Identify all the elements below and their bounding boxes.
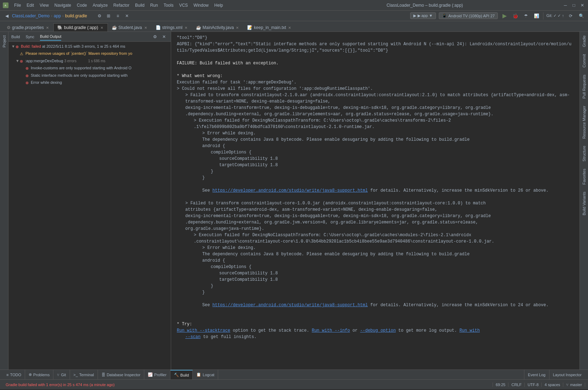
tab-gradle-properties[interactable]: ⚙ gradle.properties ✕ — [3, 23, 53, 31]
layout-inspector-btn[interactable]: Layout Inspector — [549, 370, 585, 380]
static-interface-text: Static interface methods are only suppor… — [31, 73, 128, 78]
tab-logcat[interactable]: 📋 Logcat — [193, 370, 218, 379]
tab-todo[interactable]: ≡ TODO — [3, 370, 25, 379]
close-android-2: } — [177, 289, 574, 296]
structure-panel-label[interactable]: Structure — [581, 142, 588, 165]
file-link[interactable]: build.gradle — [65, 13, 87, 18]
project-panel-label[interactable]: Project — [1, 32, 8, 51]
coverage-button[interactable]: ☂ — [522, 12, 530, 20]
menu-file[interactable]: File — [11, 1, 24, 9]
content-line-1: "tool":"D8"} — [177, 35, 574, 41]
run-button[interactable]: ▶ — [501, 12, 508, 20]
debug-button[interactable]: 🐞 — [511, 12, 519, 20]
close-panel-btn[interactable]: ✕ — [123, 12, 131, 20]
tab-keep-in-main[interactable]: 📝 keep_in_main.txt ✕ — [243, 23, 296, 31]
close-button[interactable]: ✕ — [580, 2, 585, 8]
resource-manager-panel-label[interactable]: Resource Manager — [581, 102, 588, 142]
menu-help[interactable]: Help — [211, 1, 226, 9]
build-settings-btn[interactable]: ⚙ — [151, 33, 159, 41]
scan-link[interactable]: --scan — [185, 334, 200, 339]
tab-close-build-gradle[interactable]: ✕ — [100, 25, 104, 30]
run-info-link[interactable]: Run with --info — [312, 328, 350, 333]
build-close-btn[interactable]: ✕ — [160, 33, 168, 41]
search-everywhere-btn[interactable]: 🔍 — [577, 12, 585, 20]
settings-btn[interactable]: ⚙ — [95, 12, 103, 20]
tab-build-gradle[interactable]: 🐘 build.gradle (:app) ✕ — [53, 23, 108, 31]
status-message: Gradle build failed with 1 error(s) in 2… — [3, 383, 493, 387]
exec-failed-dexing-2b: .constraintlayout\constraintlayout-core\… — [177, 238, 574, 245]
menu-refactor[interactable]: Refactor — [111, 1, 132, 9]
static-interface-item[interactable]: ⊗ Static interface methods are only supp… — [8, 72, 171, 79]
menu-tools[interactable]: Tools — [161, 1, 176, 9]
menu-navigate[interactable]: Navigate — [52, 1, 74, 9]
tab-terminal[interactable]: >_ Terminal — [70, 370, 98, 379]
module-link[interactable]: app — [54, 13, 61, 18]
branch-indicator[interactable]: ⑂ master — [563, 383, 585, 387]
build-tab-sync[interactable]: Sync — [25, 33, 34, 40]
build-failed-item[interactable]: ▼ ⊗ Build: failed at 2022/5/11 8:15 with… — [8, 43, 171, 50]
refresh-btn[interactable]: ⟳ — [567, 12, 575, 20]
bottom-panel-tabs: ≡ TODO ⊗ Problems ⑂ Git >_ Terminal 🗄 Da… — [0, 369, 588, 379]
profile-button[interactable]: 📊 — [532, 12, 540, 20]
menu-edit[interactable]: Edit — [24, 1, 37, 9]
tab-mainactivity-java[interactable]: ☕ MainActivity.java ✕ — [192, 23, 243, 31]
close-compile-2: } — [177, 283, 574, 289]
menu-view[interactable]: View — [37, 1, 52, 9]
invoke-customs-item[interactable]: ⊗ Invoke-customs are only supported star… — [8, 65, 171, 72]
minimize-button[interactable]: ─ — [563, 2, 568, 8]
run-config-btn[interactable]: ▶▶ app ▼ — [410, 12, 436, 19]
pull-requests-panel-label[interactable]: Pull Requests — [581, 71, 588, 102]
main-content-area: "tool":"D8"} AGPBI: {"kind":"error","tex… — [171, 32, 580, 369]
main-layout: Project Build Sync Build Output ⚙ ✕ ▼ ⊗ … — [0, 32, 588, 369]
menu-analyze[interactable]: Analyze — [90, 1, 111, 9]
java8-support-link-2[interactable]: https://developer.android.com/studio/wri… — [213, 303, 368, 308]
tab-close-gradle-properties[interactable]: ✕ — [45, 25, 50, 30]
java8-support-link-1[interactable]: https://developer.android.com/studio/wri… — [213, 188, 368, 193]
menu-run[interactable]: Run — [147, 1, 161, 9]
tab-profiler[interactable]: 📈 Profiler — [144, 370, 170, 379]
event-log-btn[interactable]: Event Log — [524, 370, 549, 380]
maximize-button[interactable]: □ — [571, 2, 577, 8]
run-with-link[interactable]: Run with — [459, 328, 480, 333]
build-variants-panel-label[interactable]: Build Variants — [581, 188, 588, 219]
project-link[interactable]: ClassLoader_Demo — [12, 13, 50, 18]
options-btn[interactable]: ≡ — [114, 12, 122, 20]
menu-code[interactable]: Code — [74, 1, 90, 9]
line-ending-indicator[interactable]: CRLF — [508, 383, 525, 387]
indent-indicator[interactable]: 4 spaces — [542, 383, 563, 387]
gradle-panel-label[interactable]: Gradle — [581, 32, 588, 51]
see-link-1: See https://developer.android.com/studio… — [177, 187, 574, 194]
layout-btn[interactable]: ⊞ — [105, 12, 112, 20]
tab-problems[interactable]: ⊗ Problems — [25, 370, 53, 379]
back-button[interactable]: ◀ — [3, 12, 11, 20]
menu-build[interactable]: Build — [132, 1, 147, 9]
tab-database-inspector[interactable]: 🗄 Database Inspector — [98, 370, 144, 379]
tab-student-java[interactable]: ☕ Student.java ✕ — [108, 23, 152, 31]
tab-git[interactable]: ⑂ Git — [53, 370, 70, 379]
menu-window[interactable]: Window — [191, 1, 211, 9]
tab-strings-xml[interactable]: 📄 strings.xml ✕ — [152, 23, 192, 31]
tab-build[interactable]: 🔨 Build — [170, 370, 193, 379]
git-branch-icon: ⑂ — [566, 383, 569, 387]
tab-close-strings-xml[interactable]: ✕ — [184, 25, 188, 30]
build-tab-build[interactable]: Build — [11, 33, 20, 40]
run-stacktrace-link[interactable]: Run with --stacktrace — [177, 328, 230, 333]
logcat-icon: 📋 — [196, 372, 201, 377]
tab-close-mainactivity[interactable]: ✕ — [235, 25, 239, 30]
build-tab-output[interactable]: Build Output — [40, 33, 62, 41]
app-icon: A — [3, 2, 8, 8]
error-icon-3: ⊗ — [25, 66, 29, 71]
commit-panel-label[interactable]: Commit — [581, 51, 588, 71]
titlebar: A File Edit View Navigate Code Analyze R… — [0, 0, 588, 11]
error-dexing-item[interactable]: ⊗ Error while dexing — [8, 79, 171, 86]
device-select-btn[interactable]: 📱Android TV (1080p) API 27 — [439, 12, 498, 19]
tab-close-student-java[interactable]: ✕ — [144, 25, 148, 30]
merge-dex-item[interactable]: ▼ ⊗ :app:mergeDexDebug 3 errors 1 s 686 … — [8, 58, 171, 65]
tab-close-keep-main[interactable]: ✕ — [287, 25, 292, 30]
menu-vcs[interactable]: VCS — [176, 1, 191, 9]
position-indicator[interactable]: 69:25 — [493, 383, 509, 387]
warning-jcenter-item[interactable]: ⚠ Please remove usages of `jcenter()` Ma… — [8, 50, 171, 57]
charset-indicator[interactable]: UTF-8 — [525, 383, 542, 387]
debug-option-link[interactable]: --debug option — [360, 328, 396, 333]
favorites-panel-label[interactable]: Favorites — [581, 165, 588, 188]
